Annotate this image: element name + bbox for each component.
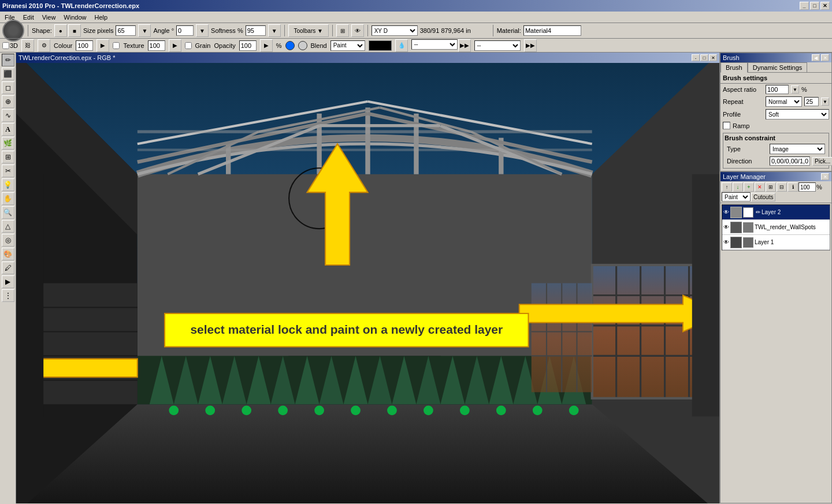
blend2-dropdown[interactable]: -- bbox=[474, 40, 521, 51]
ramp-checkbox[interactable] bbox=[723, 122, 730, 129]
tool-pan[interactable]: ✋ bbox=[2, 192, 14, 205]
layer-item-1[interactable]: 👁 Layer 1 bbox=[722, 235, 830, 250]
close-button[interactable]: ✕ bbox=[820, 2, 830, 10]
material-label: Material: bbox=[497, 27, 521, 34]
type-dropdown[interactable]: Image bbox=[770, 144, 825, 154]
pick-button[interactable]: Pick... bbox=[812, 157, 832, 166]
canvas-minimize[interactable]: - bbox=[692, 54, 700, 61]
layer-1-name: Layer 1 bbox=[755, 239, 829, 245]
angle-input[interactable] bbox=[176, 25, 194, 36]
layer-info[interactable]: ℹ bbox=[788, 182, 798, 192]
aspect-ratio-label: Aspect ratio bbox=[723, 86, 763, 93]
tool-brush[interactable]: ✏ bbox=[2, 54, 14, 66]
tool-play[interactable]: ▶ bbox=[2, 275, 14, 288]
tool-zoom[interactable]: 🔍 bbox=[2, 206, 14, 219]
coord-system-dropdown[interactable]: XY D bbox=[372, 25, 418, 36]
layer-item-2[interactable]: 👁 ✏ Layer 2 bbox=[722, 205, 830, 220]
tool-fill[interactable]: ⬛ bbox=[2, 68, 14, 80]
layer-move-up[interactable]: ↑ bbox=[722, 182, 732, 192]
tool-clone[interactable]: ⊕ bbox=[2, 95, 14, 108]
tool-light[interactable]: 💡 bbox=[2, 178, 14, 191]
tool-material[interactable]: ◎ bbox=[2, 234, 14, 247]
maximize-button[interactable]: □ bbox=[810, 2, 819, 10]
material-input[interactable] bbox=[523, 25, 581, 36]
tab-brush[interactable]: Brush bbox=[720, 62, 748, 73]
brush-panel-scroll-left[interactable]: ◀ bbox=[812, 54, 820, 61]
menu-help[interactable]: Help bbox=[91, 13, 111, 22]
eyedropper-btn[interactable]: 💧 bbox=[395, 39, 408, 52]
settings-btn[interactable]: ⚙ bbox=[38, 39, 50, 52]
grain-checkbox[interactable] bbox=[185, 42, 192, 49]
tool-foliage[interactable]: 🌿 bbox=[2, 137, 14, 150]
blend-arrow-btn[interactable]: ▶▶ bbox=[524, 39, 537, 52]
type-label: Type bbox=[727, 145, 767, 152]
layer-merge[interactable]: ⊟ bbox=[777, 182, 787, 192]
canvas-content[interactable]: select material lock and paint on a newl… bbox=[16, 63, 719, 503]
link-btn[interactable]: ⛓ bbox=[21, 39, 34, 52]
layer-item-wallspots[interactable]: 👁 TWL_render_WallSpots bbox=[722, 220, 830, 235]
angle-dropdown-btn[interactable]: ▼ bbox=[196, 24, 209, 37]
direction-input[interactable] bbox=[770, 156, 810, 166]
softness-dropdown-btn[interactable]: ▼ bbox=[268, 24, 281, 37]
tool-palette[interactable]: 🎨 bbox=[2, 248, 14, 260]
minimize-button[interactable]: _ bbox=[800, 2, 809, 10]
softness-input[interactable] bbox=[246, 25, 266, 36]
tool-cut[interactable]: ✂ bbox=[2, 165, 14, 177]
blend-dropdown[interactable]: Paint bbox=[330, 40, 365, 51]
cutouts-button[interactable]: Cutouts bbox=[751, 193, 775, 201]
layer-move-down[interactable]: ↓ bbox=[733, 182, 743, 192]
grid-btn[interactable]: ⊞ bbox=[336, 24, 349, 37]
svg-rect-84 bbox=[692, 174, 719, 417]
tab-dynamic-settings[interactable]: Dynamic Settings bbox=[748, 62, 808, 72]
repeat-dropdown-btn[interactable]: ▼ bbox=[821, 98, 829, 106]
texture-checkbox[interactable] bbox=[113, 42, 120, 49]
size-label: Size pixels bbox=[83, 27, 114, 34]
texture-input[interactable] bbox=[148, 40, 165, 51]
repeat-num-input[interactable] bbox=[804, 97, 819, 106]
color-mode-dropdown[interactable]: -- bbox=[411, 39, 458, 50]
colour-arrow[interactable]: ▶ bbox=[96, 39, 109, 52]
tool-smear[interactable]: ∿ bbox=[2, 109, 14, 122]
size-input[interactable] bbox=[116, 25, 136, 36]
canvas-maximize[interactable]: □ bbox=[700, 54, 708, 61]
view-btn[interactable]: 👁 bbox=[351, 24, 364, 37]
colour-input[interactable] bbox=[76, 40, 93, 51]
opacity-input[interactable] bbox=[239, 40, 257, 51]
repeat-dropdown[interactable]: Normal Soft bbox=[766, 96, 802, 107]
menu-window[interactable]: Window bbox=[60, 13, 90, 22]
brush-icon: ✏ bbox=[756, 209, 760, 215]
tool-eraser[interactable]: ◻ bbox=[2, 81, 14, 94]
tool-select[interactable]: ⊞ bbox=[2, 151, 14, 163]
brush-panel-close[interactable]: ✕ bbox=[821, 54, 829, 61]
menu-view[interactable]: View bbox=[39, 13, 60, 22]
toolbars-dropdown[interactable]: Toolbars ▼ bbox=[288, 24, 329, 37]
texture-arrow[interactable]: ▶ bbox=[169, 39, 181, 52]
shape-circle[interactable]: ● bbox=[54, 24, 67, 37]
opacity-arrow[interactable]: ▶ bbox=[260, 39, 273, 52]
layer-blend-dropdown[interactable]: Paint bbox=[722, 192, 751, 201]
profile-dropdown[interactable]: Normal Soft bbox=[766, 109, 829, 120]
aspect-ratio-dropdown[interactable]: ▼ bbox=[791, 85, 799, 94]
layer-duplicate[interactable]: ⊞ bbox=[766, 182, 776, 192]
aspect-ratio-input[interactable] bbox=[766, 85, 789, 94]
tool-measure[interactable]: △ bbox=[2, 220, 14, 233]
direction-label: Direction bbox=[727, 158, 767, 165]
layer-manager-close[interactable]: ✕ bbox=[821, 173, 829, 180]
tool-more[interactable]: ⋮ bbox=[2, 289, 14, 302]
color-swatch[interactable] bbox=[369, 40, 392, 51]
svg-point-74 bbox=[278, 405, 288, 415]
menu-edit[interactable]: Edit bbox=[20, 13, 38, 22]
color-arrow-btn[interactable]: ▶▶ bbox=[458, 39, 471, 52]
canvas-title-bar: TWLrenderCorrection.epx - RGB * - □ ✕ bbox=[16, 53, 719, 63]
size-dropdown-btn[interactable]: ▼ bbox=[138, 24, 151, 37]
tool-pen[interactable]: 🖊 bbox=[2, 262, 14, 274]
svg-point-76 bbox=[351, 405, 361, 415]
layer-delete[interactable]: ✕ bbox=[755, 182, 765, 192]
layer-opacity-input[interactable] bbox=[798, 182, 816, 192]
tool-text[interactable]: A bbox=[2, 123, 14, 136]
3d-checkbox[interactable] bbox=[2, 42, 9, 49]
shape-square[interactable]: ■ bbox=[68, 24, 81, 37]
layer-add[interactable]: + bbox=[744, 182, 754, 192]
svg-point-80 bbox=[496, 405, 506, 415]
canvas-close[interactable]: ✕ bbox=[709, 54, 717, 61]
